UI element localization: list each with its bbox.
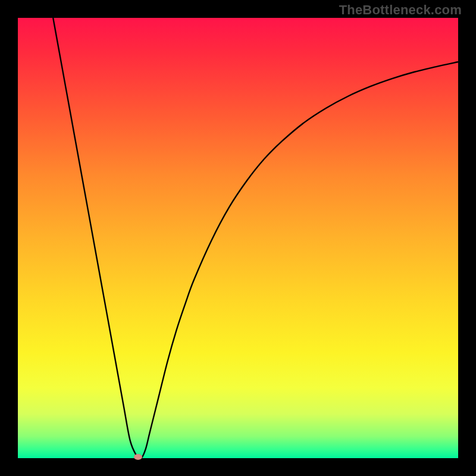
line-series [18,18,458,458]
optimal-point-marker [134,454,142,460]
plot-area [18,18,458,458]
bottleneck-curve-path [53,18,458,459]
watermark-text: TheBottleneck.com [339,2,462,18]
chart-container: TheBottleneck.com [0,0,476,476]
